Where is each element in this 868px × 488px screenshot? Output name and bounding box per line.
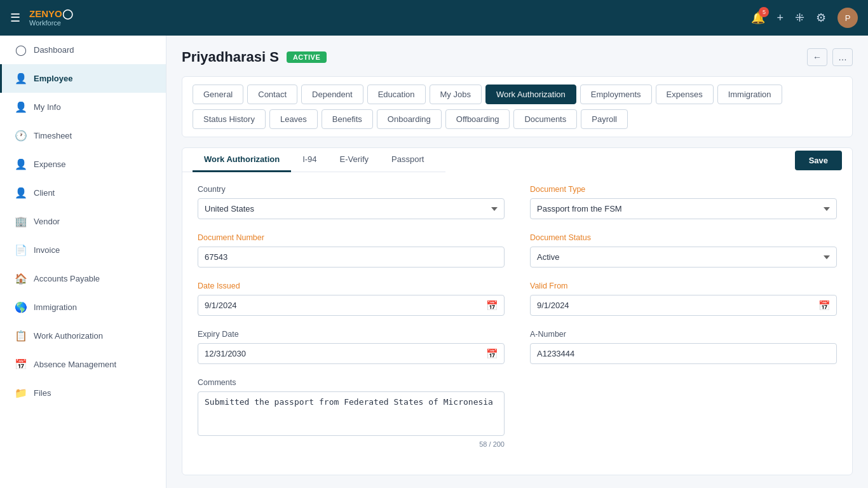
sidebar-item-expense[interactable]: 👤 Expense: [0, 150, 166, 179]
empty-right-group: [530, 378, 837, 448]
subtab-i94[interactable]: I-94: [291, 148, 328, 172]
sidebar-item-myinfo[interactable]: 👤 My Info: [0, 93, 166, 121]
date-issued-group: Date Issued 📅: [198, 281, 505, 316]
avatar[interactable]: P: [837, 8, 858, 28]
more-options-button[interactable]: …: [832, 48, 853, 66]
add-icon[interactable]: +: [776, 11, 783, 25]
tab-benefits[interactable]: Benefits: [322, 109, 373, 129]
sidebar: ◯ Dashboard 👤 Employee 👤 My Info 🕐 Times…: [0, 36, 166, 488]
sidebar-label-invoice: Invoice: [34, 245, 60, 255]
notification-badge: 5: [759, 7, 769, 17]
expiry-date-input[interactable]: [198, 343, 505, 364]
sidebar-item-immigration[interactable]: 🌎 Immigration: [0, 293, 166, 322]
tab-payroll[interactable]: Payroll: [581, 109, 628, 129]
tab-offboarding[interactable]: Offboarding: [445, 109, 510, 129]
country-group: Country United States: [198, 185, 505, 219]
subtab-passport[interactable]: Passport: [380, 148, 435, 172]
comments-char-count: 58 / 200: [198, 440, 505, 448]
absence-management-icon: 📅: [15, 358, 27, 370]
country-select[interactable]: United States: [198, 198, 505, 219]
sidebar-label-immigration: Immigration: [34, 302, 77, 312]
sidebar-item-timesheet[interactable]: 🕐 Timesheet: [0, 121, 166, 150]
document-number-input[interactable]: [198, 247, 505, 268]
notification-icon[interactable]: 🔔 5: [751, 11, 765, 25]
comments-label: Comments: [198, 378, 505, 387]
sidebar-item-absence-management[interactable]: 📅 Absence Management: [0, 350, 166, 379]
page-title-row: Priyadharasi S ACTIVE: [182, 49, 327, 65]
sidebar-label-employee: Employee: [34, 74, 72, 83]
timesheet-icon: 🕐: [15, 130, 27, 142]
sidebar-item-vendor[interactable]: 🏢 Vendor: [0, 207, 166, 236]
valid-from-calendar-icon[interactable]: 📅: [818, 300, 831, 311]
a-number-input[interactable]: [530, 343, 837, 364]
settings-icon[interactable]: ⚙: [816, 11, 826, 25]
valid-from-group: Valid From 📅: [530, 281, 837, 316]
valid-from-wrapper: 📅: [530, 295, 837, 316]
expiry-date-calendar-icon[interactable]: 📅: [486, 348, 498, 360]
sidebar-label-vendor: Vendor: [34, 217, 60, 226]
sidebar-label-absence-management: Absence Management: [34, 360, 116, 369]
sidebar-label-expense: Expense: [34, 159, 66, 169]
logo-text: ZENYO◯: [29, 9, 73, 20]
expiry-date-group: Expiry Date 📅: [198, 330, 505, 364]
status-badge: ACTIVE: [287, 51, 327, 63]
subtab-work-authorization[interactable]: Work Authorization: [193, 148, 291, 172]
document-status-select[interactable]: Active: [530, 247, 837, 268]
tab-education[interactable]: Education: [367, 85, 426, 104]
tab-immigration[interactable]: Immigration: [717, 85, 782, 104]
valid-from-input[interactable]: [530, 295, 837, 316]
sidebar-item-client[interactable]: 👤 Client: [0, 179, 166, 207]
tab-general[interactable]: General: [193, 85, 243, 104]
document-number-label: Document Number: [198, 233, 505, 242]
form-row-1: Country United States Document Type Pass…: [198, 185, 837, 219]
accounts-payable-icon: 🏠: [15, 273, 27, 285]
page-title: Priyadharasi S: [182, 49, 279, 65]
sidebar-label-client: Client: [34, 188, 55, 198]
form-row-4: Expiry Date 📅 A-Number: [198, 330, 837, 364]
subtab-everify[interactable]: E-Verify: [329, 148, 381, 172]
comments-group: Comments Submitted the passport from Fed…: [198, 378, 505, 448]
tab-dependent[interactable]: Dependent: [301, 85, 363, 104]
employee-icon: 👤: [15, 72, 27, 85]
form-row-3: Date Issued 📅 Valid From 📅: [198, 281, 837, 316]
tab-contact[interactable]: Contact: [247, 85, 297, 104]
work-authorization-icon: 📋: [15, 330, 27, 342]
expiry-date-label: Expiry Date: [198, 330, 505, 339]
tab-work-authorization[interactable]: Work Authorization: [485, 85, 576, 104]
myinfo-icon: 👤: [15, 101, 27, 113]
save-button[interactable]: Save: [795, 151, 842, 170]
tab-expenses[interactable]: Expenses: [656, 85, 714, 104]
hamburger-icon[interactable]: ☰: [10, 11, 20, 25]
subtabs-header: Work Authorization I-94 E-Verify Passpor…: [182, 148, 852, 172]
date-issued-label: Date Issued: [198, 281, 505, 290]
sidebar-item-employee[interactable]: 👤 Employee: [0, 64, 166, 93]
back-button[interactable]: ←: [807, 48, 827, 66]
client-icon: 👤: [15, 187, 27, 199]
sidebar-item-files[interactable]: 📁 Files: [0, 379, 166, 407]
subtabs: Work Authorization I-94 E-Verify Passpor…: [182, 148, 445, 172]
apps-icon[interactable]: ⁜: [795, 11, 804, 25]
sidebar-label-dashboard: Dashboard: [34, 45, 74, 55]
expense-icon: 👤: [15, 158, 27, 170]
sidebar-item-accounts-payable[interactable]: 🏠 Accounts Payable: [0, 264, 166, 293]
dashboard-icon: ◯: [15, 44, 27, 56]
date-issued-input[interactable]: [198, 295, 505, 316]
sidebar-item-work-authorization[interactable]: 📋 Work Authorization: [0, 322, 166, 350]
tab-onboarding[interactable]: Onboarding: [377, 109, 442, 129]
sidebar-item-dashboard[interactable]: ◯ Dashboard: [0, 36, 166, 64]
a-number-label: A-Number: [530, 330, 837, 339]
tab-leaves[interactable]: Leaves: [269, 109, 318, 129]
tabs-row2: Status History Leaves Benefits Onboardin…: [182, 104, 852, 137]
document-type-group: Document Type Passport from the FSM: [530, 185, 837, 219]
tab-my-jobs[interactable]: My Jobs: [430, 85, 482, 104]
sidebar-item-invoice[interactable]: 📄 Invoice: [0, 236, 166, 264]
tab-status-history[interactable]: Status History: [193, 109, 266, 129]
form-content: Country United States Document Type Pass…: [182, 172, 852, 475]
content-area: Priyadharasi S ACTIVE ← … General Contac…: [166, 36, 868, 488]
expiry-date-wrapper: 📅: [198, 343, 505, 364]
date-issued-calendar-icon[interactable]: 📅: [486, 300, 498, 311]
tab-employments[interactable]: Employments: [580, 85, 652, 104]
comments-textarea[interactable]: Submitted the passport from Federated St…: [198, 391, 505, 436]
document-type-select[interactable]: Passport from the FSM: [530, 198, 837, 219]
tab-documents[interactable]: Documents: [513, 109, 577, 129]
